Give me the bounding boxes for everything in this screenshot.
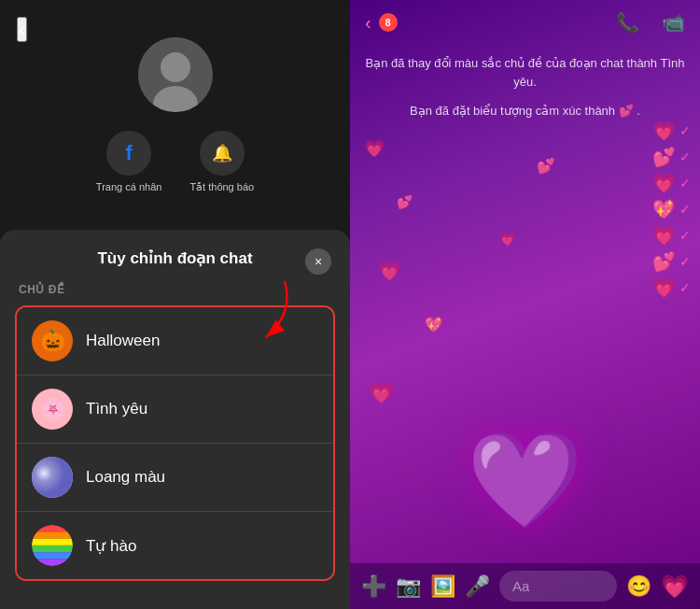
heart-emoji-4: 💖: [652, 198, 676, 220]
left-panel: ‹ f Trang cá nhân 🔔 Tắt thông báo: [0, 0, 350, 609]
svg-rect-6: [32, 539, 73, 545]
svg-rect-8: [32, 552, 73, 559]
check-6: ✓: [679, 254, 691, 269]
chat-input-area[interactable]: Aa: [499, 571, 617, 602]
theme-item-pride[interactable]: Tự hào: [17, 512, 333, 579]
theme-item-halloween[interactable]: 🎃 Halloween: [17, 307, 333, 375]
profile-icon-circle: f: [106, 131, 151, 176]
chat-back-button[interactable]: ‹: [365, 12, 371, 34]
customize-modal: Tùy chỉnh đoạn chat × CHỦ ĐỀ 🎃 Halloween…: [0, 230, 350, 609]
halloween-label: Halloween: [86, 332, 160, 350]
svg-rect-7: [32, 545, 73, 552]
theme-item-loang[interactable]: Loang màu: [17, 444, 333, 512]
theme-item-love[interactable]: 🌸 Tình yêu: [17, 375, 333, 444]
camera-button[interactable]: 📷: [396, 574, 421, 599]
love-icon: 🌸: [32, 389, 73, 430]
pride-icon: [32, 525, 73, 566]
heart-item-4: 💖 ✓: [652, 198, 691, 220]
heart-emoji-6: 💕: [652, 250, 676, 273]
s-heart-6: 💕: [537, 157, 555, 175]
heart-emoji-2: 💕: [652, 146, 676, 168]
check-7: ✓: [679, 280, 691, 295]
phone-icon[interactable]: 📞: [616, 11, 639, 34]
check-3: ✓: [679, 176, 691, 191]
emoji-button[interactable]: 😊: [626, 574, 651, 599]
big-heart: 💜: [467, 425, 583, 535]
heart-emoji-3: 💗: [652, 172, 676, 194]
check-4: ✓: [679, 202, 691, 217]
gallery-button[interactable]: 🖼️: [430, 574, 455, 599]
modal-close-button[interactable]: ×: [305, 248, 331, 275]
s-heart-3: 💗: [378, 260, 401, 282]
halloween-icon: 🎃: [32, 320, 73, 361]
notification-badge: 8: [379, 13, 398, 32]
heart-item-6: 💕 ✓: [652, 250, 691, 273]
bell-icon: 🔔: [212, 143, 232, 163]
heart-item-7: 💗 ✓: [652, 276, 691, 299]
add-button[interactable]: ➕: [361, 574, 386, 599]
chat-toolbar: ➕ 📷 🖼️ 🎤 Aa 😊 💗: [350, 563, 700, 609]
bell-icon-circle: 🔔: [200, 131, 245, 176]
heart-item-5: 💗 ✓: [652, 224, 691, 247]
modal-title: Tùy chỉnh đoạn chat: [97, 248, 252, 268]
svg-rect-4: [32, 525, 73, 531]
modal-header: Tùy chỉnh đoạn chat ×: [0, 248, 350, 283]
action-buttons: f Trang cá nhân 🔔 Tắt thông báo: [96, 131, 254, 193]
section-label: CHỦ ĐỀ: [0, 283, 350, 305]
heart-emoji-1: 💗: [652, 120, 676, 142]
theme-list: 🎃 Halloween 🌸 Tình yêu: [15, 305, 335, 581]
profile-label: Trang cá nhân: [96, 181, 162, 192]
heart-item-1: 💗 ✓: [652, 120, 691, 142]
facebook-icon: f: [125, 141, 132, 165]
video-icon[interactable]: 📹: [662, 11, 685, 34]
check-5: ✓: [679, 228, 691, 243]
s-heart-1: 💗: [364, 138, 385, 159]
s-heart-7: 💗: [499, 232, 515, 247]
mute-label: Tắt thông báo: [189, 181, 254, 193]
svg-point-1: [161, 52, 190, 82]
check-2: ✓: [679, 149, 691, 164]
profile-button[interactable]: f Trang cá nhân: [96, 131, 162, 193]
heart-emoji-7: 💗: [652, 276, 676, 299]
pride-label: Tự hào: [86, 536, 136, 556]
s-heart-4: 💖: [425, 316, 443, 333]
heart-item-2: 💕 ✓: [652, 146, 691, 168]
system-message-1: Bạn đã thay đổi màu sắc chủ đề của đoạn …: [365, 54, 685, 91]
big-heart-emoji: 💜: [467, 427, 583, 531]
check-1: ✓: [679, 123, 691, 138]
mute-button[interactable]: 🔔 Tắt thông báo: [189, 131, 254, 193]
avatar-area: f Trang cá nhân 🔔 Tắt thông báo: [96, 37, 254, 193]
input-placeholder: Aa: [512, 578, 529, 594]
svg-point-3: [32, 457, 73, 498]
avatar: [138, 37, 213, 112]
loang-icon: [32, 457, 73, 498]
svg-rect-5: [32, 531, 73, 538]
s-heart-5: 💗: [369, 381, 394, 405]
love-label: Tình yêu: [86, 400, 147, 418]
back-button[interactable]: ‹: [17, 17, 27, 42]
system-message-2: Bạn đã đặt biểu tượng cảm xúc thành 💕 .: [365, 102, 685, 120]
loang-label: Loang màu: [86, 468, 165, 487]
hearts-container: 💗 ✓ 💕 ✓ 💗 ✓ 💖 ✓ 💗 ✓ 💕 ✓: [652, 120, 691, 299]
right-panel: ‹ 8 📞 📹 Bạn đã thay đổi màu sắc chủ đề c…: [350, 0, 700, 609]
chat-body: Bạn đã thay đổi màu sắc chủ đề của đoạn …: [350, 45, 700, 563]
mic-button[interactable]: 🎤: [465, 574, 490, 599]
svg-rect-9: [32, 559, 73, 567]
heart-emoji-5: 💗: [652, 224, 676, 247]
heart-send-button[interactable]: 💗: [661, 574, 689, 600]
heart-item-3: 💗 ✓: [652, 172, 691, 194]
s-heart-2: 💕: [397, 194, 413, 209]
chat-header: ‹ 8 📞 📹: [350, 0, 700, 45]
